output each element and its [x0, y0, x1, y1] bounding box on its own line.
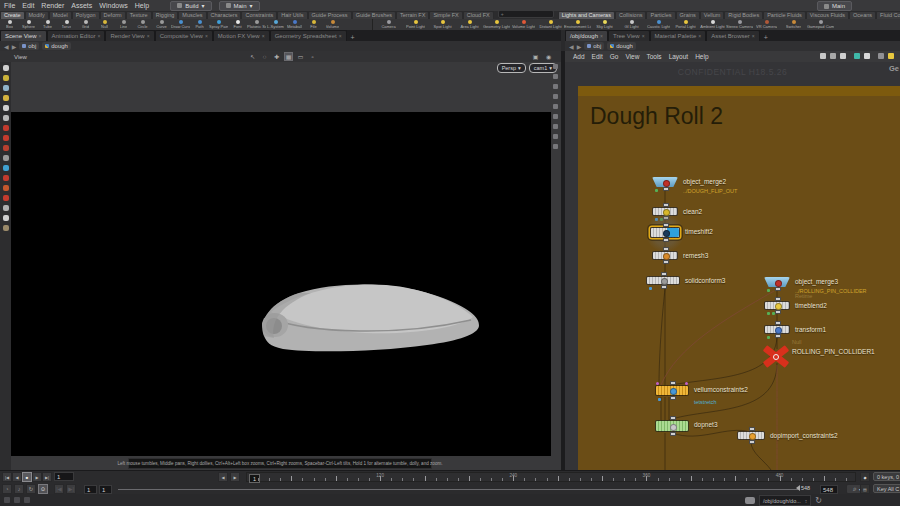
viewport-tool-icon-9[interactable] — [3, 145, 9, 151]
viewport-option-icon-6[interactable] — [553, 114, 558, 119]
viewport-tool-icon-4[interactable] — [3, 95, 9, 101]
viewport-tool-icon-17[interactable] — [3, 225, 9, 231]
viewport-option-icon-8[interactable] — [553, 134, 558, 139]
shelf-tool-null[interactable]: Null — [95, 19, 114, 30]
shelf-tool-camera[interactable]: Camera — [375, 19, 402, 30]
shelf-tool-metaball[interactable]: Metaball — [285, 19, 304, 30]
shelf-tool-caustic-light[interactable]: Caustic Light — [645, 19, 672, 30]
shelf-tab-polygon[interactable]: Polygon — [72, 11, 100, 19]
persp-view-button[interactable]: Persp▾ — [497, 63, 526, 73]
message-bubble-icon[interactable] — [745, 497, 755, 504]
viewport-tool-icon-11[interactable] — [3, 165, 9, 171]
shelf-tab-oceans[interactable]: Oceans — [849, 11, 876, 19]
shelf-tab-modify[interactable]: Modify — [25, 11, 49, 19]
play-button[interactable]: ▶ — [32, 472, 42, 482]
back-icon[interactable]: ◀ — [4, 43, 9, 50]
shelf-tab-deform[interactable]: Deform — [100, 11, 126, 19]
viewport-option-icon-3[interactable] — [553, 84, 558, 89]
close-tab-icon[interactable]: × — [39, 33, 42, 39]
shelf-tool-sphere[interactable]: Sphere — [19, 19, 38, 30]
box-select-icon[interactable]: ▦ — [284, 52, 293, 61]
pane-tab-composite-view[interactable]: Composite View× — [155, 30, 213, 41]
desktop-selector[interactable]: Build ▾ — [170, 1, 211, 11]
shelf-tool-path[interactable]: Path — [190, 19, 209, 30]
viewport-tool-icon-7[interactable] — [3, 125, 9, 131]
shelf-tab-particle-fluids[interactable]: Particle Fluids — [763, 11, 806, 19]
shelf-tool-point-light[interactable]: Point Light — [402, 19, 429, 30]
pane-tab-animation-editor[interactable]: Animation Editor× — [47, 30, 106, 41]
node-solidconform3[interactable]: solidconform3 — [646, 276, 680, 285]
shelf-tool-gamepad-camera[interactable]: Gamepad Camera — [807, 19, 834, 30]
status-path-selector[interactable]: /obj/dough/do... ↕ — [759, 495, 811, 506]
range-end-marker[interactable]: 548 — [796, 485, 810, 491]
lasso-tool-icon[interactable]: ◌ — [260, 52, 269, 61]
scene-viewport[interactable]: View ↖◌✚▦▭▫ ▣ ◉ Persp▾ cam1▾ Left mous — [0, 51, 561, 470]
network-editor[interactable]: AddEditGoViewToolsLayoutHelp CONFIDENTIA… — [565, 51, 900, 470]
shelf-tab-guide-process[interactable]: Guide Process — [308, 11, 352, 19]
shelf-tab-model[interactable]: Model — [49, 11, 72, 19]
viewport-tool-icon-5[interactable] — [3, 105, 9, 111]
shelf-tab-collisions[interactable]: Collisions — [615, 11, 647, 19]
rect-tool-icon[interactable]: ▭ — [296, 52, 305, 61]
current-frame-field[interactable]: 1 — [54, 472, 74, 481]
breadcrumb-obj[interactable]: obj — [584, 42, 604, 50]
shelf-tool-sky-light[interactable]: Sky Light — [591, 19, 618, 30]
brush-tool-icon[interactable]: ✚ — [272, 52, 281, 61]
spinner-icon[interactable]: ↕ — [805, 498, 808, 504]
shelf-tool-draw-curve[interactable]: Draw Curve — [171, 19, 190, 30]
shelf-tool-volume[interactable]: Volume — [323, 19, 342, 30]
shelf-tool-l-system[interactable]: L-System — [266, 19, 285, 30]
shelf-tab-grains[interactable]: Grains — [676, 11, 700, 19]
shelf-tool-switcher[interactable]: Switcher — [780, 19, 807, 30]
shelf-tab-texture[interactable]: Texture — [126, 11, 152, 19]
extra-tool-icon[interactable]: ▫ — [308, 52, 317, 61]
shelf-tab-lights-and-cameras[interactable]: Lights and Cameras — [558, 11, 615, 19]
node-object_merge3[interactable]: object_merge3../ROLLING_PIN_COLLIDER — [764, 277, 790, 287]
shelf-tab-hair-utils[interactable]: Hair Utils — [277, 11, 307, 19]
next-key-button[interactable]: ▶ — [230, 472, 240, 482]
shelf-tool-box[interactable]: Box — [0, 19, 19, 30]
pane-tab-render-view[interactable]: Render View× — [105, 30, 154, 41]
close-tab-icon[interactable]: × — [262, 33, 265, 39]
menu-render[interactable]: Render — [41, 2, 64, 9]
range-end-field[interactable]: 548 — [820, 485, 838, 494]
range-lock-start-icon[interactable]: |◀ — [54, 484, 64, 494]
viewport-option-icon-5[interactable] — [553, 104, 558, 109]
viewport-tool-icon-10[interactable] — [3, 155, 9, 161]
viewport-option-icon-2[interactable] — [553, 74, 558, 79]
close-tab-icon[interactable]: × — [752, 33, 755, 39]
shelf-tool-ambient-light[interactable]: Ambient Light — [699, 19, 726, 30]
forward-icon[interactable]: ▶ — [577, 43, 582, 50]
shelf-tab-cloud-fx[interactable]: Cloud FX — [463, 11, 494, 19]
forward-icon[interactable]: ▶ — [12, 43, 17, 50]
shelf-tab-characters[interactable]: Characters — [207, 11, 242, 19]
viewport-tool-icon-2[interactable] — [3, 75, 9, 81]
shelf-tab-particles[interactable]: Particles — [646, 11, 675, 19]
close-tab-icon[interactable]: × — [339, 33, 342, 39]
node-remesh3[interactable]: remesh3 — [652, 251, 678, 260]
shelf-tool-stereo-camera[interactable]: Stereo Camera — [726, 19, 753, 30]
timeline-ruler[interactable]: 1 120240360480 — [246, 472, 856, 482]
shelf-tab-constraints[interactable]: Constraints — [241, 11, 277, 19]
shelf-tool-volume-light[interactable]: Volume Light — [510, 19, 537, 30]
shelf-tab-guide-brushes[interactable]: Guide Brushes — [352, 11, 396, 19]
snapshot-icon[interactable]: ◉ — [544, 52, 553, 61]
pane-tab-asset-browser[interactable]: Asset Browser× — [706, 30, 760, 41]
shelf-tool-distant-light[interactable]: Distant Light — [537, 19, 564, 30]
shelf-tool-gi-light[interactable]: GI Light — [618, 19, 645, 30]
shelf-tool-curve[interactable]: Curve — [152, 19, 171, 30]
shelf-tool-file[interactable]: File — [304, 19, 323, 30]
menu-windows[interactable]: Windows — [99, 2, 127, 9]
breadcrumb-obj[interactable]: obj — [19, 42, 39, 50]
node-dopnet3[interactable]: dopnet3 — [655, 420, 689, 432]
new-pane-tab-button[interactable]: + — [347, 34, 359, 41]
realtime-toggle-icon[interactable]: ◔ — [2, 484, 12, 494]
shelf-tool-environment-light[interactable]: Environment Light — [564, 19, 591, 30]
viewport-tool-icon-8[interactable] — [3, 135, 9, 141]
prev-key-button[interactable]: ◀ — [218, 472, 228, 482]
close-tab-icon[interactable]: × — [205, 33, 208, 39]
shelf-tab-muscles[interactable]: Muscles — [178, 11, 206, 19]
shelf-tool-spray-paint[interactable]: Spray Paint — [209, 19, 228, 30]
shelf-tool-spot-light[interactable]: Spot Light — [429, 19, 456, 30]
node-timeblend2[interactable]: timeblend2Retime — [764, 301, 790, 310]
